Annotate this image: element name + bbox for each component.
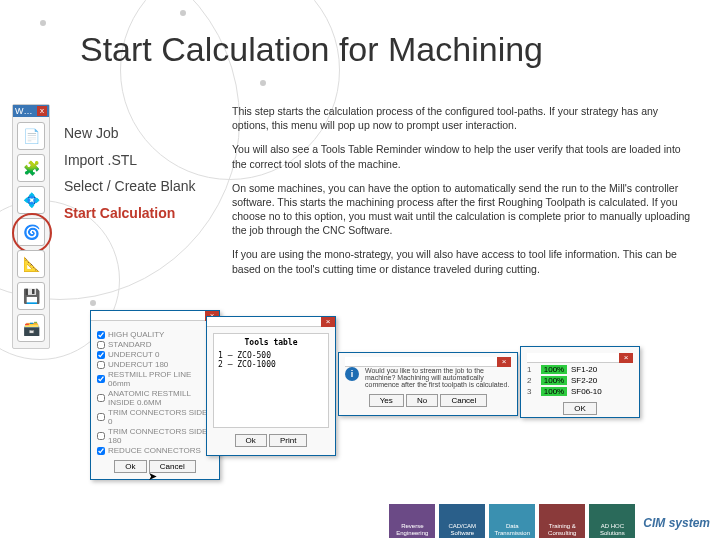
stream-prompt-window: × i Would you like to stream the job to …	[338, 352, 518, 416]
checkbox[interactable]	[97, 447, 105, 455]
info-icon: i	[345, 367, 359, 381]
blank-icon[interactable]: 💠	[17, 186, 45, 214]
tool-line-1: 1 – ZCO-500	[218, 351, 324, 360]
footer-card: Reverse Engineering	[389, 504, 435, 538]
footer-card: Training & Consulting	[539, 504, 585, 538]
footer-card: Data Transmission	[489, 504, 535, 538]
simulate-icon[interactable]: 📐	[17, 250, 45, 278]
checkbox[interactable]	[97, 413, 105, 421]
tool-name: SF06-10	[571, 387, 602, 396]
yes-button[interactable]: Yes	[369, 394, 404, 407]
tools-table-window: × Tools table 1 – ZCO-500 2 – ZCO-1000 O…	[206, 316, 336, 456]
ok-button[interactable]: Ok	[114, 460, 146, 473]
para-4: If you are using the mono-strategy, you …	[232, 247, 692, 275]
checkbox[interactable]	[97, 361, 105, 369]
strategy-option[interactable]: UNDERCUT 0	[97, 350, 213, 359]
tool-life-row: 2100%SF2-20	[527, 376, 633, 385]
checkbox[interactable]	[97, 341, 105, 349]
strategy-option[interactable]: HIGH QUALITY	[97, 330, 213, 339]
ok-button[interactable]: Ok	[235, 434, 267, 447]
tools-table-title: Tools table	[218, 338, 324, 347]
toolbar-header: W… x	[13, 105, 49, 117]
cancel-button[interactable]: Cancel	[440, 394, 487, 407]
import-icon[interactable]: 🧩	[17, 154, 45, 182]
option-label: UNDERCUT 180	[108, 360, 168, 369]
cancel-button[interactable]: Cancel	[149, 460, 196, 473]
strategy-option[interactable]: TRIM CONNECTORS SIDE 0	[97, 408, 213, 426]
option-label: TRIM CONNECTORS SIDE 180	[108, 427, 213, 445]
step-start-calc: Start Calculation	[64, 200, 224, 227]
footer-card: CAD/CAM Software	[439, 504, 485, 538]
close-icon[interactable]: ×	[321, 317, 335, 327]
tool-name: SF1-20	[571, 365, 597, 374]
close-icon[interactable]: ×	[497, 357, 511, 367]
tool-index: 1	[527, 365, 537, 374]
option-label: STANDARD	[108, 340, 151, 349]
tool-life-pct: 100%	[541, 387, 567, 396]
option-label: REDUCE CONNECTORS	[108, 446, 201, 455]
para-3: On some machines, you can have the optio…	[232, 181, 692, 238]
step-import: Import .STL	[64, 147, 224, 174]
no-button[interactable]: No	[406, 394, 438, 407]
print-button[interactable]: Print	[269, 434, 307, 447]
strategy-option[interactable]: RESTMILL PROF LINE 06mm	[97, 370, 213, 388]
tool-name: SF2-20	[571, 376, 597, 385]
strategy-option[interactable]: TRIM CONNECTORS SIDE 180	[97, 427, 213, 445]
option-label: RESTMILL PROF LINE 06mm	[108, 370, 213, 388]
body-text: This step starts the calculation process…	[232, 104, 692, 286]
tool-life-row: 1100%SF1-20	[527, 365, 633, 374]
page-title: Start Calculation for Machining	[80, 30, 543, 69]
option-label: UNDERCUT 0	[108, 350, 159, 359]
checkbox[interactable]	[97, 375, 105, 383]
tool-life-pct: 100%	[541, 365, 567, 374]
tool-life-pct: 100%	[541, 376, 567, 385]
vertical-toolbar: W… x 📄 🧩 💠 🌀 📐 💾 🗃️	[12, 104, 50, 349]
checkbox[interactable]	[97, 351, 105, 359]
tool-index: 3	[527, 387, 537, 396]
stream-message: Would you like to stream the job to the …	[365, 367, 511, 388]
strategy-option[interactable]: UNDERCUT 180	[97, 360, 213, 369]
para-1: This step starts the calculation process…	[232, 104, 692, 132]
option-label: HIGH QUALITY	[108, 330, 164, 339]
option-label: TRIM CONNECTORS SIDE 0	[108, 408, 213, 426]
strategy-option[interactable]: STANDARD	[97, 340, 213, 349]
footer: Reverse EngineeringCAD/CAM SoftwareData …	[0, 504, 720, 540]
postprocess-icon[interactable]: 💾	[17, 282, 45, 310]
close-icon[interactable]: x	[37, 106, 47, 116]
checkbox[interactable]	[97, 331, 105, 339]
strategy-options-window: × HIGH QUALITYSTANDARDUNDERCUT 0UNDERCUT…	[90, 310, 220, 480]
step-blank: Select / Create Blank	[64, 173, 224, 200]
option-label: ANATOMIC RESTMILL INSIDE 0.6MM	[108, 389, 213, 407]
tool-line-2: 2 – ZCO-1000	[218, 360, 324, 369]
close-icon[interactable]: ×	[619, 353, 633, 363]
calculate-icon[interactable]: 🌀	[17, 218, 45, 246]
step-new-job: New Job	[64, 120, 224, 147]
para-2: You will also see a Tools Table Reminder…	[232, 142, 692, 170]
footer-card: AD HOC Solutions	[589, 504, 635, 538]
tool-life-window: × 1100%SF1-202100%SF2-203100%SF06-10 OK	[520, 346, 640, 418]
strategy-option[interactable]: REDUCE CONNECTORS	[97, 446, 213, 455]
output-icon[interactable]: 🗃️	[17, 314, 45, 342]
new-job-icon[interactable]: 📄	[17, 122, 45, 150]
ok-button[interactable]: OK	[563, 402, 597, 415]
toolbar-label: W…	[15, 106, 33, 116]
brand-logo: CIM system	[639, 508, 714, 538]
tool-index: 2	[527, 376, 537, 385]
strategy-option[interactable]: ANATOMIC RESTMILL INSIDE 0.6MM	[97, 389, 213, 407]
tool-life-row: 3100%SF06-10	[527, 387, 633, 396]
checkbox[interactable]	[97, 394, 105, 402]
step-list: New Job Import .STL Select / Create Blan…	[64, 120, 224, 226]
checkbox[interactable]	[97, 432, 105, 440]
